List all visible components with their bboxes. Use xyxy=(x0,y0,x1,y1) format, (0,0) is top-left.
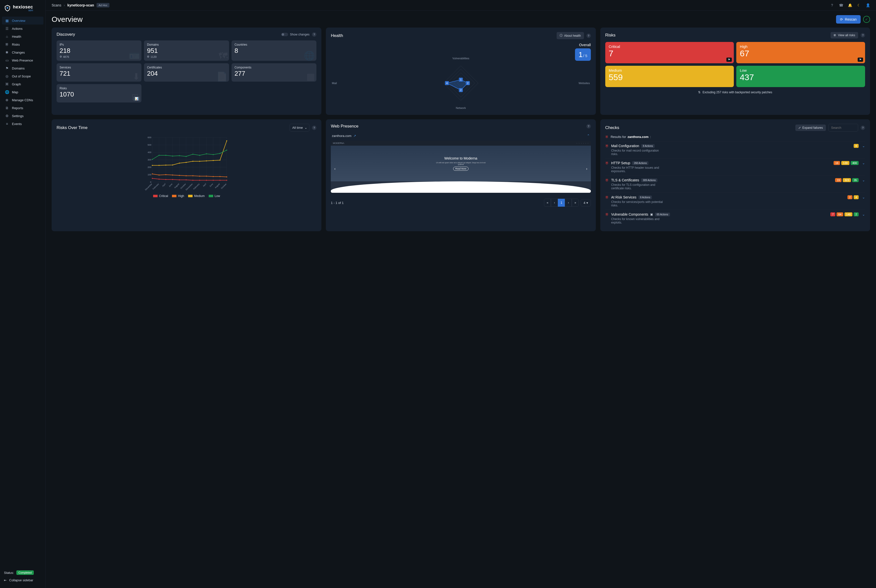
sidebar-item-manage-cdns[interactable]: ⊕Manage CDNs xyxy=(2,96,44,104)
actions-chip[interactable]: 6 Actions xyxy=(639,195,652,199)
health-card: Health ⓘ About health ? Overall xyxy=(326,27,596,115)
rot-help-icon[interactable]: ? xyxy=(312,126,316,130)
discovery-tile-countries[interactable]: Countries8🌐 xyxy=(231,40,316,61)
svg-point-56 xyxy=(172,179,173,180)
check-title[interactable]: At Risk Services xyxy=(611,195,636,199)
time-range-select[interactable]: All time ⌄ xyxy=(290,124,310,132)
help-icon[interactable]: ? xyxy=(830,3,834,8)
sidebar-item-health[interactable]: ⌂Health xyxy=(2,33,44,40)
pager-prev[interactable]: ‹ xyxy=(551,199,558,207)
chevron-down-icon[interactable]: ⌄ xyxy=(862,144,865,148)
chart-chip-icon[interactable]: 📊 xyxy=(133,96,140,101)
checks-title: Checks xyxy=(605,125,620,130)
moon-icon[interactable]: ☾ xyxy=(856,3,861,8)
discovery-help-icon[interactable]: ? xyxy=(312,32,316,37)
risks-help-icon[interactable]: ? xyxy=(861,33,865,38)
check-title[interactable]: Mail Configuration xyxy=(611,144,639,148)
wp-preview[interactable]: MODERNA · · · · · · ‹ › Welcome to Moder… xyxy=(331,141,591,193)
expand-failures-button[interactable]: ⤢ Expand failures xyxy=(795,124,826,131)
count-badge: 2 xyxy=(854,212,859,216)
sidebar-item-actions[interactable]: ☰Actions xyxy=(2,24,44,33)
wp-help-icon[interactable]: ? xyxy=(586,124,591,129)
legend-item-medium[interactable]: Medium xyxy=(188,194,205,198)
sidebar-item-changes[interactable]: ✱Changes xyxy=(2,48,44,56)
sidebar-item-events[interactable]: ≡Events xyxy=(2,120,44,128)
svg-text:December: December xyxy=(145,183,153,191)
support-icon[interactable]: ☎ xyxy=(839,3,843,8)
shield-alert-icon: ⛨ xyxy=(605,195,609,199)
home-icon: ⌂ xyxy=(5,34,9,39)
discovery-tile-certificates[interactable]: Certificates204📄 xyxy=(144,63,229,82)
risk-tile-low[interactable]: Low437 xyxy=(736,66,865,87)
svg-point-76 xyxy=(226,176,227,177)
svg-point-90 xyxy=(159,155,160,156)
breadcrumb-root[interactable]: Scans xyxy=(52,3,61,7)
show-changes-toggle[interactable]: Show changes xyxy=(281,33,310,36)
risks-exclude-text: Excluding 257 risks with backported secu… xyxy=(702,90,772,94)
check-title[interactable]: Vulnerable Components xyxy=(611,212,648,216)
sidebar-item-web-presence[interactable]: ▭Web Presence xyxy=(2,56,44,64)
view-all-risks-label: View all risks xyxy=(838,33,855,37)
svg-point-87 xyxy=(219,160,220,161)
tile-bg-icon: ⬇ xyxy=(132,72,140,81)
discovery-tile-risks[interactable]: Risks1070⛨📊 xyxy=(57,84,141,102)
carousel-next-icon: › xyxy=(586,167,587,171)
svg-point-61 xyxy=(206,180,207,181)
sidebar-item-map[interactable]: 🌐Map xyxy=(2,88,44,96)
checks-help-icon[interactable]: ? xyxy=(861,126,865,130)
web-presence-card: Web Presence ? zanthora.com ↗ ⌃ xyxy=(326,119,596,231)
shield-alert-icon: ⛨ xyxy=(605,178,609,182)
sidebar-item-overview[interactable]: ▦Overview xyxy=(2,16,44,24)
actions-chip[interactable]: 260 Actions xyxy=(632,161,648,165)
risks-exclude-note: ⇅ Excluding 257 risks with backported se… xyxy=(605,90,865,94)
sidebar-item-domains[interactable]: ⚑Domains xyxy=(2,64,44,72)
sidebar-item-graph[interactable]: ⌘Graph xyxy=(2,80,44,88)
wp-collapse-icon[interactable]: ⌃ xyxy=(587,134,590,138)
per-page-select[interactable]: 4 ▾ xyxy=(581,199,591,206)
legend-item-low[interactable]: Low xyxy=(209,194,220,198)
collapse-sidebar-button[interactable]: ⇤ Collapse sidebar xyxy=(4,578,42,582)
wp-domain-row[interactable]: zanthora.com ↗ xyxy=(332,134,356,138)
chevron-down-icon[interactable]: ⌄ xyxy=(862,195,865,199)
svg-point-79 xyxy=(165,165,166,166)
pager-first[interactable]: « xyxy=(544,199,551,207)
sidebar-item-settings[interactable]: ⚙Settings xyxy=(2,112,44,120)
chevron-down-icon[interactable]: ⌄ xyxy=(862,161,865,165)
user-icon[interactable]: 👤 xyxy=(866,3,870,8)
pager-page-1[interactable]: 1 xyxy=(558,199,565,207)
status-label: Status: xyxy=(4,571,14,574)
check-title[interactable]: TLS & Certificates xyxy=(611,178,639,182)
discovery-tile-domains[interactable]: Domains951⚙1120🗺 xyxy=(144,40,229,61)
sidebar-item-out-of-scope[interactable]: ◎Out of Scope xyxy=(2,72,44,80)
wp-site-brand: MODERNA xyxy=(333,142,344,144)
breadcrumb-name[interactable]: kyneticorp-scan xyxy=(68,3,94,7)
risk-tile-high[interactable]: High67⚑ xyxy=(736,42,865,63)
refresh-icon: ⟳ xyxy=(840,17,843,21)
sidebar-item-reports[interactable]: 🗎Reports xyxy=(2,104,44,112)
chevron-down-icon[interactable]: ⌄ xyxy=(862,212,865,216)
actions-chip[interactable]: 65 Actions xyxy=(655,213,670,216)
chevron-down-icon[interactable]: ⌄ xyxy=(862,178,865,182)
pager-last[interactable]: » xyxy=(572,199,579,207)
checks-search-input[interactable] xyxy=(828,124,858,132)
pager-next[interactable]: › xyxy=(565,199,572,207)
view-all-risks-button[interactable]: ⛨ View all risks xyxy=(831,32,858,39)
risk-tile-critical[interactable]: Critical7⚑ xyxy=(605,42,734,63)
actions-chip[interactable]: 8 Actions xyxy=(641,144,655,148)
sidebar-item-risks[interactable]: ⛨Risks xyxy=(2,40,44,48)
tile-bg-icon: 📄 xyxy=(216,72,228,81)
health-help-icon[interactable]: ? xyxy=(586,33,591,38)
bell-icon[interactable]: 🔔 xyxy=(848,3,852,8)
legend-item-critical[interactable]: Critical xyxy=(153,194,168,198)
logo[interactable]: hexiosec asm xyxy=(0,3,45,16)
about-health-button[interactable]: ⓘ About health xyxy=(556,32,584,39)
check-title[interactable]: HTTP Setup xyxy=(611,161,630,165)
actions-chip[interactable]: 309 Actions xyxy=(641,178,657,182)
legend-item-high[interactable]: High xyxy=(172,194,184,198)
external-link-icon[interactable]: ↗ xyxy=(353,134,356,138)
risk-tile-medium[interactable]: Medium559 xyxy=(605,66,734,87)
rescan-button[interactable]: ⟳ Rescan xyxy=(836,15,861,24)
discovery-tile-components[interactable]: Components277▦ xyxy=(231,63,316,82)
discovery-tile-ips[interactable]: IPs218⚙4876🪪 xyxy=(57,40,141,61)
discovery-tile-services[interactable]: Services721⬇ xyxy=(57,63,141,82)
